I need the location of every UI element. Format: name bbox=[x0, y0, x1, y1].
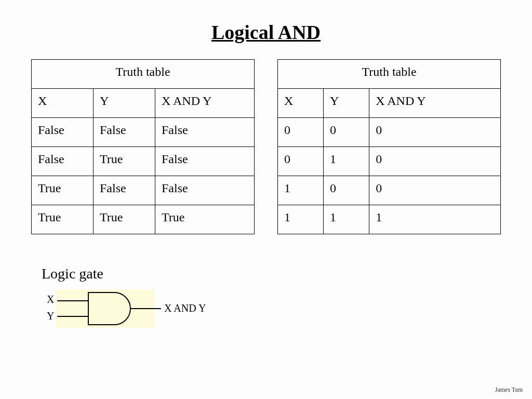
truth-table-boolean: Truth table X Y X AND Y False False Fals… bbox=[31, 59, 255, 234]
gate-input-x-label: X bbox=[47, 294, 55, 305]
logic-gate-label: Logic gate bbox=[42, 265, 501, 282]
cell: 0 bbox=[369, 176, 501, 205]
col-header: X bbox=[32, 89, 94, 118]
cell: 1 bbox=[324, 205, 369, 234]
cell: 1 bbox=[324, 147, 369, 176]
table-row: 0 1 0 bbox=[278, 147, 501, 176]
cell: 0 bbox=[369, 147, 501, 176]
table-row: 1 0 0 bbox=[278, 176, 501, 205]
table-row: 0 0 0 bbox=[278, 118, 501, 147]
cell: 0 bbox=[278, 118, 324, 147]
cell: False bbox=[155, 176, 255, 205]
tables-row: Truth table X Y X AND Y False False Fals… bbox=[31, 59, 501, 234]
cell: False bbox=[32, 118, 94, 147]
cell: False bbox=[94, 118, 155, 147]
footer-author: James Tam bbox=[495, 386, 523, 394]
truth-table-binary: Truth table X Y X AND Y 0 0 0 0 1 0 1 0 … bbox=[277, 59, 501, 234]
cell: False bbox=[32, 147, 94, 176]
cell: 1 bbox=[278, 205, 324, 234]
cell: 1 bbox=[369, 205, 501, 234]
col-header: X bbox=[278, 89, 324, 118]
cell: False bbox=[155, 118, 255, 147]
gate-input-y-label: Y bbox=[47, 310, 54, 322]
cell: False bbox=[94, 176, 155, 205]
cell: True bbox=[94, 147, 155, 176]
and-gate-icon: X Y X AND Y bbox=[42, 285, 218, 332]
col-header: X AND Y bbox=[369, 89, 501, 118]
cell: True bbox=[32, 205, 94, 234]
col-header: Y bbox=[94, 89, 155, 118]
table-row: 1 1 1 bbox=[278, 205, 501, 234]
col-header: Y bbox=[324, 89, 369, 118]
cell: False bbox=[155, 147, 255, 176]
table-caption: Truth table bbox=[32, 60, 255, 89]
cell: True bbox=[94, 205, 155, 234]
table-row: True False False bbox=[32, 176, 255, 205]
table-caption: Truth table bbox=[278, 60, 501, 89]
cell: 0 bbox=[324, 118, 369, 147]
table-row: False True False bbox=[32, 147, 255, 176]
cell: 0 bbox=[369, 118, 501, 147]
cell: True bbox=[155, 205, 255, 234]
table-row: False False False bbox=[32, 118, 255, 147]
cell: 0 bbox=[278, 147, 324, 176]
col-header: X AND Y bbox=[155, 89, 255, 118]
gate-output-label: X AND Y bbox=[164, 302, 206, 314]
cell: 0 bbox=[324, 176, 369, 205]
cell: True bbox=[32, 176, 94, 205]
table-row: True True True bbox=[32, 205, 255, 234]
cell: 1 bbox=[278, 176, 324, 205]
page-title: Logical AND bbox=[31, 21, 501, 44]
and-gate-diagram: X Y X AND Y bbox=[42, 285, 501, 332]
